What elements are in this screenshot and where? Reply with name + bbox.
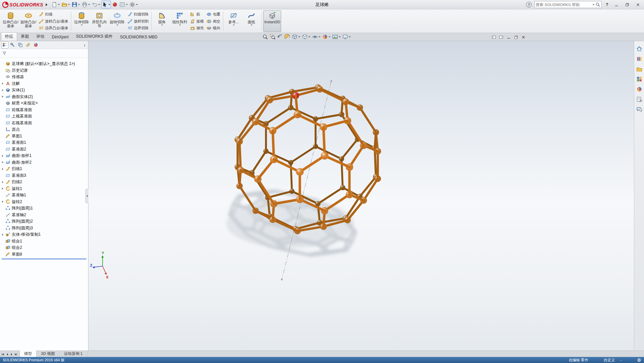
design-library-button[interactable] xyxy=(636,56,642,62)
tree-item[interactable]: 前视基准面 xyxy=(0,107,88,113)
ribbon-button-wrap[interactable]: 包覆 xyxy=(205,11,221,18)
section-view-button[interactable] xyxy=(284,34,291,40)
panel-tab-dimxpert-manager[interactable] xyxy=(25,41,32,48)
nav-first-icon[interactable] xyxy=(1,353,5,356)
minimize-button[interactable] xyxy=(506,35,511,39)
tree-item[interactable]: 历史记录 xyxy=(0,67,88,74)
ribbon-button-boundary-cut[interactable]: 边界切除 xyxy=(126,25,150,31)
zoom-area-button[interactable] xyxy=(269,34,276,40)
apply-scene-button[interactable] xyxy=(332,34,341,40)
tree-item[interactable]: 阵列(圆周)3 xyxy=(0,225,88,232)
dropdown-caret-icon[interactable] xyxy=(78,4,80,5)
tree-item[interactable]: 材质 <未指定> xyxy=(0,100,88,107)
expand-arrow-icon[interactable] xyxy=(2,234,3,236)
dropdown-caret-icon[interactable] xyxy=(329,36,331,37)
dropdown-caret-icon[interactable] xyxy=(318,36,320,37)
tree-item[interactable]: 扫描2 xyxy=(0,179,88,186)
tree-item[interactable]: 曲面-放样2 xyxy=(0,159,88,166)
dropdown-caret-icon[interactable] xyxy=(98,4,100,5)
dropdown-caret-icon[interactable] xyxy=(233,25,235,26)
ribbon-button-loft-cut[interactable]: 放样切割 xyxy=(126,18,150,25)
expand-arrow-icon[interactable] xyxy=(2,201,3,203)
hide-show-items-button[interactable] xyxy=(312,34,321,40)
view-orientation-button[interactable] xyxy=(292,34,301,40)
dropdown-caret-icon[interactable] xyxy=(161,25,163,26)
ribbon-button-hole-wizard[interactable]: 异型孔向导 xyxy=(90,10,108,32)
ribbon-button-extrude-boss[interactable]: 拉伸凸台/基体 xyxy=(2,10,20,32)
viewport-canvas[interactable]: YZX xyxy=(88,41,634,351)
ribbon-button-rib[interactable]: 筋 xyxy=(189,11,205,18)
open-file-button[interactable] xyxy=(61,1,71,8)
resources-home-button[interactable] xyxy=(636,46,642,52)
tree-item[interactable]: 基准面1 xyxy=(0,139,88,146)
dropdown-caret-icon[interactable] xyxy=(349,36,351,37)
minimize-button[interactable] xyxy=(612,2,620,7)
restore-button[interactable] xyxy=(514,35,518,39)
search-icon[interactable] xyxy=(596,2,600,7)
tree-item[interactable]: 草图1 xyxy=(0,133,88,140)
tree-item[interactable]: 曲面-放样1 xyxy=(0,153,88,159)
ribbon-button-instant3d[interactable]: Instant3D xyxy=(263,10,281,32)
tree-item[interactable]: 阵列(圆周)2 xyxy=(0,218,88,225)
forum-button[interactable] xyxy=(636,106,642,112)
tree-item[interactable]: 草图8 xyxy=(0,251,88,258)
help-circle-icon[interactable]: ? xyxy=(526,2,532,7)
globe-icon[interactable] xyxy=(637,358,641,362)
dropdown-caret-icon[interactable] xyxy=(308,36,310,37)
tree-item[interactable]: 基准面2 xyxy=(0,146,88,153)
panel-tab-configuration-manager[interactable] xyxy=(17,41,24,48)
dropdown-caret-icon[interactable] xyxy=(339,36,341,37)
expand-arrow-icon[interactable] xyxy=(2,155,3,157)
tree-item[interactable]: 原点 xyxy=(0,126,88,133)
tab-SOLIDWORKS 插件[interactable]: SOLIDWORKS 插件 xyxy=(72,32,116,41)
save-button[interactable] xyxy=(71,1,81,8)
pane-right-button[interactable] xyxy=(499,35,503,39)
ribbon-button-sweep-cut[interactable]: 扫描切除 xyxy=(126,11,150,18)
dropdown-caret-icon[interactable] xyxy=(81,25,83,26)
tree-item[interactable]: 旋转2 xyxy=(0,199,88,205)
toolbar-overflow-icon[interactable] xyxy=(46,3,47,6)
tree-item[interactable]: 传感器 xyxy=(0,74,88,80)
select-cursor-button[interactable] xyxy=(101,1,111,8)
appearance-sphere-button[interactable] xyxy=(111,1,118,8)
panel-tab-featuremanager[interactable] xyxy=(1,41,8,48)
dropdown-caret-icon[interactable] xyxy=(298,36,300,37)
restore-button[interactable] xyxy=(623,2,631,7)
tab-评估[interactable]: 评估 xyxy=(33,32,48,41)
ribbon-button-loft-boss[interactable]: 放样凸台/基体 xyxy=(38,18,69,25)
ribbon-button-extrude-cut[interactable]: 拉伸切除 xyxy=(73,10,90,32)
expand-arrow-icon[interactable] xyxy=(2,96,3,98)
tree-item[interactable]: 组合1 xyxy=(0,238,88,245)
undo-button[interactable] xyxy=(91,1,101,8)
ribbon-button-linear-pattern[interactable]: 线性阵列 xyxy=(171,10,189,32)
print-button[interactable] xyxy=(81,1,91,8)
expand-arrow-icon[interactable] xyxy=(2,168,3,170)
display-style-button[interactable] xyxy=(302,34,311,40)
ribbon-button-revolve-cut[interactable]: 旋转切除 xyxy=(108,10,126,32)
options-gear-button[interactable] xyxy=(129,1,139,8)
dropdown-caret-icon[interactable] xyxy=(116,25,118,26)
new-file-button[interactable] xyxy=(51,1,61,8)
close-button[interactable] xyxy=(634,2,642,7)
nav-next-icon[interactable] xyxy=(10,353,13,356)
panel-expand-chevron-icon[interactable]: › xyxy=(84,42,87,48)
doc-tab-3D 视图[interactable]: 3D 视图 xyxy=(37,351,60,357)
ribbon-button-sweep[interactable]: 扫描 xyxy=(38,11,69,18)
expand-arrow-icon[interactable] xyxy=(2,89,3,91)
tree-item[interactable]: 旋转1 xyxy=(0,186,88,192)
panel-tab-propertymanager[interactable] xyxy=(9,41,16,48)
appearances-scenes-button[interactable] xyxy=(636,86,642,92)
custom-properties-button[interactable] xyxy=(636,96,642,102)
tab-草图[interactable]: 草图 xyxy=(17,32,33,41)
ribbon-button-draft[interactable]: 拔模 xyxy=(189,18,205,25)
ribbon-button-curves[interactable]: 曲线 xyxy=(242,10,260,32)
drawing-sheet-button[interactable] xyxy=(119,1,128,8)
tree-item[interactable]: 基准面3 xyxy=(0,172,88,179)
tree-item[interactable]: 基准轴1 xyxy=(0,192,88,199)
tree-item[interactable]: 阵列(圆周)1 xyxy=(0,205,88,212)
tree-item[interactable]: 上视基准面 xyxy=(0,113,88,120)
tab-特征[interactable]: 特征 xyxy=(1,32,17,41)
nav-last-icon[interactable] xyxy=(14,353,18,356)
close-button[interactable] xyxy=(521,35,526,39)
ribbon-button-revolve-boss[interactable]: 旋转凸台/基体 xyxy=(20,10,37,32)
